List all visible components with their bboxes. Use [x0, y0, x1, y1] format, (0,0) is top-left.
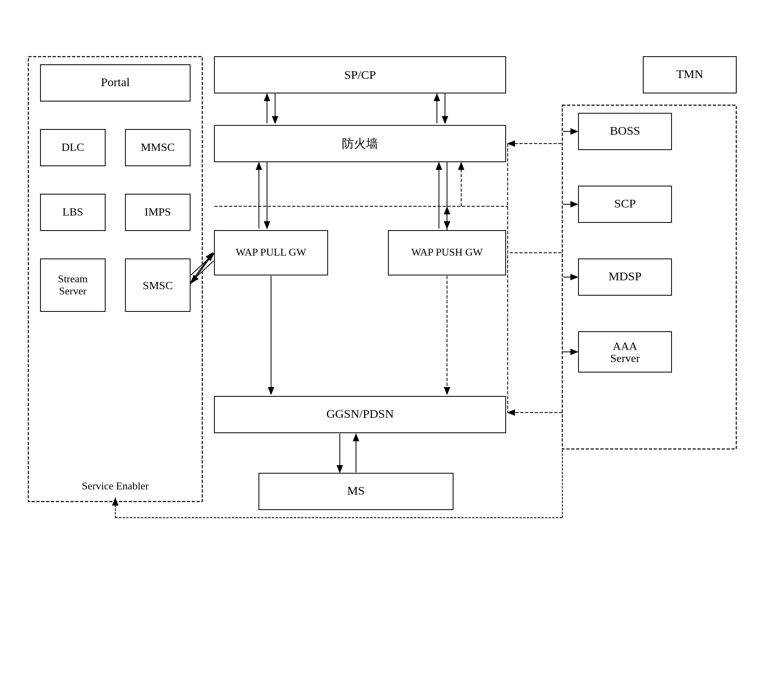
portal-label: Portal [101, 75, 130, 89]
mmsc-label: MMSC [141, 141, 175, 153]
svg-line-35 [191, 254, 213, 284]
svg-rect-8 [40, 65, 190, 101]
svg-rect-12 [125, 194, 190, 231]
scp-label: SCP [614, 197, 636, 210]
svg-rect-3 [214, 125, 506, 162]
svg-rect-4 [214, 231, 328, 275]
svg-rect-7 [259, 473, 453, 510]
mdsp-label: MDSP [608, 269, 642, 283]
svg-line-38 [191, 254, 214, 275]
ms-label: MS [347, 484, 364, 497]
spcp-label: SP/CP [344, 68, 376, 81]
svg-line-37 [191, 254, 214, 278]
ggsn-label: GGSN/PDSN [326, 407, 394, 420]
svg-line-34 [190, 253, 212, 283]
svg-rect-15 [125, 259, 190, 311]
smsc-label: SMSC [143, 279, 173, 292]
svg-text:Server: Server [610, 352, 640, 364]
boss-label: BOSS [610, 124, 640, 137]
svg-rect-20 [578, 332, 672, 372]
wap-pull-label: WAP PULL GW [236, 246, 307, 258]
svg-rect-17 [578, 113, 672, 150]
diagram: SP/CP 防火墙 WAP PULL GW WAP PUSH GW GGSN/P… [16, 32, 769, 671]
aaa-label: AAA [613, 340, 638, 352]
stream-server-label: Stream [58, 273, 88, 285]
svg-rect-2 [214, 57, 506, 93]
tmn-label: TMN [676, 67, 703, 80]
svg-line-36 [192, 253, 214, 283]
svg-text:Server: Server [59, 285, 87, 297]
arrows-svg: SP/CP 防火墙 WAP PULL GW WAP PUSH GW GGSN/P… [16, 32, 769, 671]
svg-line-39 [191, 261, 214, 282]
svg-rect-5 [388, 231, 506, 275]
svg-rect-18 [578, 186, 672, 222]
svg-rect-9 [40, 129, 105, 166]
wap-push-label: WAP PUSH GW [411, 246, 483, 258]
svg-rect-19 [578, 259, 672, 295]
svg-rect-10 [125, 129, 190, 166]
svg-rect-16 [643, 57, 736, 93]
dlc-label: DLC [61, 141, 84, 153]
lbs-label: LBS [62, 205, 83, 218]
service-enabler-label: Service Enabler [82, 480, 149, 492]
svg-rect-1 [562, 105, 736, 449]
imps-label: IMPS [144, 205, 171, 218]
firewall-label: 防火墙 [342, 137, 378, 150]
svg-rect-6 [214, 396, 506, 433]
svg-rect-0 [28, 57, 202, 502]
svg-rect-11 [40, 194, 105, 231]
svg-rect-13 [40, 259, 105, 311]
